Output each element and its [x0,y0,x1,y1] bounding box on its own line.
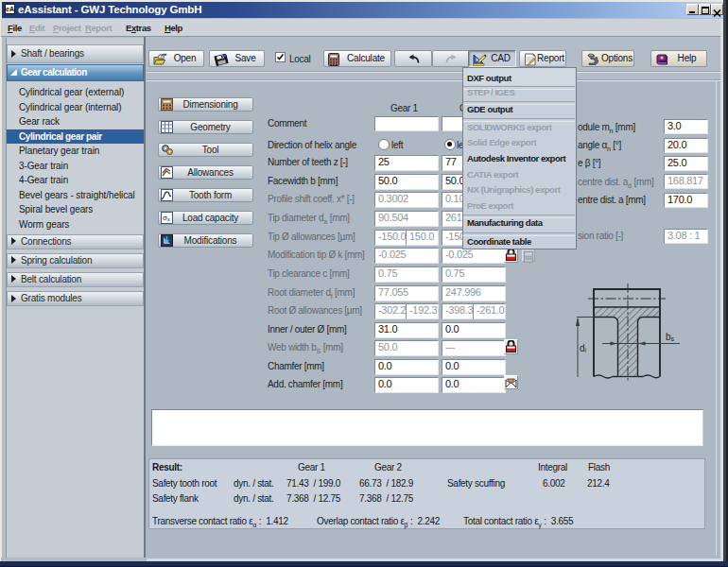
svg-text:bs: bs [666,332,675,342]
svg-text:di: di [580,343,587,353]
